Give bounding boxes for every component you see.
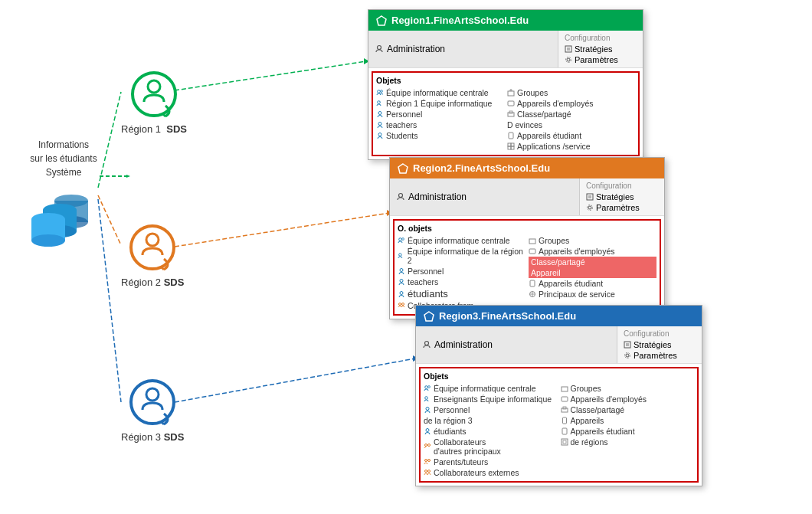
region2-title-bar: Region2.FineArtsSchool.Edu	[390, 158, 664, 178]
gem-icon-r2	[398, 163, 408, 174]
region2-item-0: Équipe informatique centrale	[398, 235, 526, 246]
svg-rect-49	[508, 146, 511, 149]
region3-item-3: de la région 3	[424, 415, 558, 426]
tablet-icon	[507, 132, 515, 139]
svg-rect-46	[509, 133, 513, 139]
region1-parametres: Paramètres	[565, 55, 637, 64]
person-icon-r3a	[424, 406, 431, 414]
db-stack-icon	[21, 187, 106, 248]
share-icon	[507, 110, 515, 118]
info-panel: Informations sur les étudiants Système	[14, 138, 113, 250]
region1-title-bar: Region1.FineArtsSchool.Edu	[368, 10, 643, 31]
region1-ritem-5: Applications /service	[507, 141, 635, 152]
region1-ritem-3: D evinces	[507, 119, 635, 130]
svg-rect-95	[562, 428, 567, 434]
region3-ritem-5: de régions	[561, 437, 695, 447]
gear-icon-r1	[565, 56, 572, 64]
region1-objets-box: Objets Équipe informatique centrale Régi…	[372, 71, 640, 156]
region3-item-6: Parents/tuteurs	[424, 457, 558, 467]
svg-line-20	[175, 61, 366, 90]
tablet-icon-r3	[561, 427, 568, 435]
svg-point-52	[399, 194, 403, 198]
doc-icon-r2	[586, 193, 594, 201]
region2-objets-box: O. objets Équipe informatique centrale É…	[393, 219, 661, 316]
region1-item-1: Région 1 Équipe informatique	[376, 98, 504, 109]
svg-rect-43	[508, 101, 514, 106]
region-icon-r3	[561, 438, 568, 446]
share-icon-r3	[561, 406, 568, 414]
svg-rect-48	[511, 143, 514, 146]
svg-rect-39	[508, 91, 514, 96]
region2-ritem-4: Appareils étudiant	[529, 278, 656, 289]
svg-point-10	[148, 80, 160, 93]
person-icon-r2a	[398, 267, 405, 275]
region3-ritem-0: Groupes	[561, 383, 695, 394]
svg-point-61	[400, 269, 403, 272]
svg-point-79	[425, 386, 428, 389]
svg-point-14	[146, 388, 159, 401]
svg-point-89	[428, 470, 431, 473]
region1-objets-title: Objets	[376, 76, 635, 85]
svg-rect-53	[587, 194, 593, 200]
svg-point-77	[626, 354, 629, 357]
svg-rect-50	[511, 146, 514, 149]
person-icon-r2c	[398, 290, 405, 298]
info-label: Informations sur les étudiants Système	[14, 138, 113, 179]
people-icon	[376, 89, 384, 97]
person-icon3	[376, 132, 384, 139]
svg-rect-28	[565, 46, 571, 52]
collab-icon-r3b	[424, 469, 431, 476]
person-icon-r2b	[398, 278, 405, 286]
region3-ritem-2: Classe/partagé	[561, 404, 695, 415]
region3-right-items: Groupes Appareils d'employés Classe/part…	[561, 383, 695, 478]
region3-ritem-3: Appareils	[561, 415, 695, 426]
region2-window: Region2.FineArtsSchool.Edu Administratio…	[389, 157, 665, 319]
svg-point-81	[425, 397, 428, 400]
region1-item-4: Students	[376, 130, 504, 141]
region2-ritem-3: Appareil	[529, 267, 656, 278]
region1-strategies: Stratégies	[565, 44, 637, 54]
region3-strategies: Stratégies	[624, 340, 696, 349]
svg-point-83	[426, 429, 429, 432]
sds-region3-group: Région 3 SDS	[121, 375, 184, 443]
sds-region1-icon	[127, 67, 181, 121]
admin-icon-r3	[422, 340, 431, 349]
region2-ritem-1: Appareils d'employés	[529, 246, 656, 257]
region3-config-panel: Configuration Stratégies Paramètres	[617, 326, 702, 363]
device-icon-r2	[529, 247, 536, 255]
gear-icon-r3	[624, 352, 631, 359]
svg-point-38	[378, 133, 381, 136]
sds-region1-label: Région 1 SDS	[121, 123, 187, 135]
gem-icon-r3	[424, 311, 434, 322]
svg-marker-26	[377, 16, 386, 25]
svg-marker-72	[424, 312, 434, 321]
svg-rect-94	[562, 417, 566, 424]
device-icon-r3	[561, 395, 568, 403]
region3-ritem-4: Appareils étudiant	[561, 426, 695, 437]
svg-point-80	[428, 386, 431, 388]
region1-window: Region1.FineArtsSchool.Edu Administratio…	[368, 9, 643, 160]
person-icon	[376, 110, 384, 118]
region3-item-7: Collaborateurs externes	[424, 467, 558, 478]
svg-point-31	[567, 58, 570, 61]
group-icon-r2	[529, 237, 536, 244]
sds-region3-icon	[126, 375, 179, 429]
region3-title-bar: Region3.FineArtsSchool.Edu	[416, 306, 702, 326]
svg-point-84	[425, 444, 427, 447]
region1-item-2: Personnel	[376, 109, 504, 119]
svg-rect-68	[530, 280, 535, 286]
svg-point-87	[428, 460, 431, 462]
svg-rect-96	[562, 439, 568, 445]
region1-ritem-4: Appareils étudiant	[507, 130, 635, 141]
region3-item-1: Enseignants Équipe informatique	[424, 394, 558, 404]
people-icon-r2b	[398, 252, 405, 260]
region1-item-0: Équipe informatique centrale	[376, 87, 504, 98]
svg-point-59	[402, 238, 404, 241]
person-icon-r3b	[424, 427, 431, 435]
admin-icon-r2	[396, 192, 405, 201]
svg-point-65	[402, 303, 404, 306]
device-icon	[507, 100, 515, 107]
svg-point-73	[425, 342, 429, 345]
svg-line-24	[175, 358, 415, 402]
svg-point-56	[588, 206, 591, 209]
